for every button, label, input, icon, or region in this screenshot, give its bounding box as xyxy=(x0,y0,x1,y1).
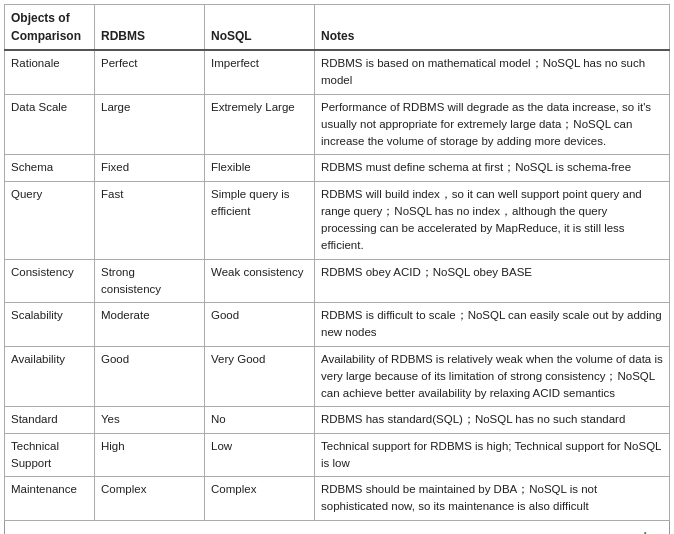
cell-nosql: No xyxy=(205,407,315,433)
cell-notes: RDBMS must define schema at first；NoSQL … xyxy=(315,155,670,181)
cell-rdbms: Good xyxy=(95,346,205,407)
cell-notes: RDBMS is based on mathematical model；NoS… xyxy=(315,50,670,94)
cell-rdbms: Strong consistency xyxy=(95,259,205,303)
cell-rdbms: High xyxy=(95,433,205,477)
cell-notes: Availability of RDBMS is relatively weak… xyxy=(315,346,670,407)
cell-rdbms: Fast xyxy=(95,181,205,259)
cell-object: Standard xyxy=(5,407,95,433)
cell-object: Scalability xyxy=(5,303,95,347)
cell-nosql: Imperfect xyxy=(205,50,315,94)
cell-notes: RDBMS will build index，so it can well su… xyxy=(315,181,670,259)
cell-nosql: Very Good xyxy=(205,346,315,407)
comparison-table: Objects ofComparison RDBMS NoSQL Notes R… xyxy=(4,4,670,534)
table-row: ConsistencyStrong consistencyWeak consis… xyxy=(5,259,670,303)
header-rdbms: RDBMS xyxy=(95,5,205,51)
cell-object: Data Scale xyxy=(5,94,95,155)
header-nosql: NoSQL xyxy=(205,5,315,51)
cell-nosql: Good xyxy=(205,303,315,347)
cell-rdbms: Large xyxy=(95,94,205,155)
table-row: SchemaFixedFlexibleRDBMS must define sch… xyxy=(5,155,670,181)
table-row: MaintenanceComplexComplexRDBMS should be… xyxy=(5,477,670,521)
logo: e-works xyxy=(11,525,663,535)
table-header-row: Objects ofComparison RDBMS NoSQL Notes xyxy=(5,5,670,51)
header-notes: Notes xyxy=(315,5,670,51)
footer-row: e-works xyxy=(5,520,670,534)
cell-rdbms: Moderate xyxy=(95,303,205,347)
logo-works: -works xyxy=(615,529,657,535)
cell-rdbms: Fixed xyxy=(95,155,205,181)
cell-object: Schema xyxy=(5,155,95,181)
cell-object: Availability xyxy=(5,346,95,407)
header-object: Objects ofComparison xyxy=(5,5,95,51)
cell-rdbms: Yes xyxy=(95,407,205,433)
cell-notes: Performance of RDBMS will degrade as the… xyxy=(315,94,670,155)
cell-notes: RDBMS obey ACID；NoSQL obey BASE xyxy=(315,259,670,303)
table-row: QueryFastSimple query is efficientRDBMS … xyxy=(5,181,670,259)
cell-rdbms: Complex xyxy=(95,477,205,521)
table-row: RationalePerfectImperfectRDBMS is based … xyxy=(5,50,670,94)
comparison-table-container: Objects ofComparison RDBMS NoSQL Notes R… xyxy=(0,0,674,534)
table-row: Technical SupportHighLowTechnical suppor… xyxy=(5,433,670,477)
cell-object: Rationale xyxy=(5,50,95,94)
cell-nosql: Extremely Large xyxy=(205,94,315,155)
cell-object: Technical Support xyxy=(5,433,95,477)
table-row: Data ScaleLargeExtremely LargePerformanc… xyxy=(5,94,670,155)
cell-rdbms: Perfect xyxy=(95,50,205,94)
cell-nosql: Simple query is efficient xyxy=(205,181,315,259)
cell-notes: RDBMS has standard(SQL)；NoSQL has no suc… xyxy=(315,407,670,433)
cell-nosql: Weak consistency xyxy=(205,259,315,303)
cell-object: Consistency xyxy=(5,259,95,303)
cell-notes: RDBMS should be maintained by DBA；NoSQL … xyxy=(315,477,670,521)
table-row: ScalabilityModerateGoodRDBMS is difficul… xyxy=(5,303,670,347)
cell-nosql: Flexible xyxy=(205,155,315,181)
cell-notes: RDBMS is difficult to scale；NoSQL can ea… xyxy=(315,303,670,347)
cell-object: Maintenance xyxy=(5,477,95,521)
cell-nosql: Low xyxy=(205,433,315,477)
cell-object: Query xyxy=(5,181,95,259)
cell-notes: Technical support for RDBMS is high; Tec… xyxy=(315,433,670,477)
cell-nosql: Complex xyxy=(205,477,315,521)
table-row: StandardYesNoRDBMS has standard(SQL)；NoS… xyxy=(5,407,670,433)
table-row: AvailabilityGoodVery GoodAvailability of… xyxy=(5,346,670,407)
logo-e: e xyxy=(608,529,615,535)
